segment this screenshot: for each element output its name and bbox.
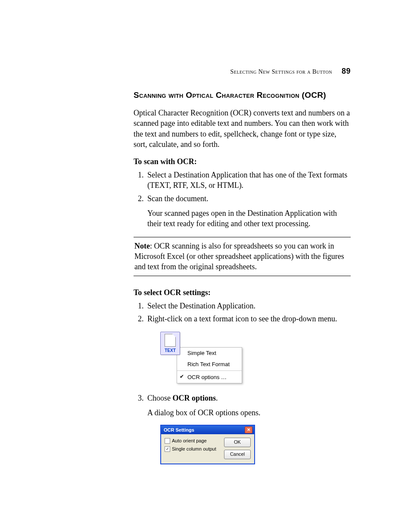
page-number: 89 [342,67,351,75]
menu-separator [177,370,242,371]
close-button[interactable]: ✕ [245,426,252,433]
select-step-3-post: . [216,394,218,402]
context-menu-figure: TEXT Simple Text Rich Text Format OCR op… [160,332,351,383]
dialog-body: Auto orient page ✓ Single column output … [161,434,254,464]
dialog-buttons: OK Cancel [224,438,251,459]
running-head: Selecting New Settings for a Button 89 [230,67,351,76]
select-subheading: To select OCR settings: [134,288,351,297]
select-step-3-bold: OCR options [173,394,216,402]
dialog-options: Auto orient page ✓ Single column output [165,438,216,459]
menu-item-ocr-options[interactable]: OCR options … [177,372,242,383]
select-step-3-pre: Choose [147,394,173,402]
note-label: Note [134,242,150,250]
scan-step-1: Select a Destination Application that ha… [146,170,351,191]
select-step-2-text: Right-click on a text format icon to see… [147,314,337,323]
ocr-settings-dialog: OCR Settings ✕ Auto orient page [160,425,255,464]
scan-step-2-follow: Your scanned pages open in the Destinati… [147,208,351,229]
text-format-caption: TEXT [165,348,176,354]
select-step-2: Right-click on a text format icon to see… [146,314,351,383]
select-step-1: Select the Destination Application. [146,301,351,311]
dialog-titlebar[interactable]: OCR Settings ✕ [161,426,254,434]
select-step-3: Choose OCR options. A dialog box of OCR … [146,393,351,465]
option-auto-orient[interactable]: Auto orient page [165,438,216,444]
content: Scanning with Optical Character Recognit… [134,90,351,464]
document-icon [165,334,176,347]
option-single-column[interactable]: ✓ Single column output [165,446,216,452]
option-single-column-label: Single column output [172,446,216,452]
menu-item-simple-text[interactable]: Simple Text [177,348,242,359]
checkbox-single-column[interactable]: ✓ [165,446,170,452]
dialog-title: OCR Settings [164,426,194,434]
menu-item-rich-text-format[interactable]: Rich Text Format [177,359,242,370]
page: Selecting New Settings for a Button 89 S… [0,0,411,532]
intro-paragraph: Optical Character Recognition (OCR) conv… [134,108,351,149]
scan-steps-list: Select a Destination Application that ha… [134,170,351,229]
scan-subheading: To scan with OCR: [134,157,351,166]
scan-step-2: Scan the document. Your scanned pages op… [146,193,351,229]
checkbox-auto-orient[interactable] [165,438,170,444]
scan-step-2-text: Scan the document. [147,194,208,203]
ok-button[interactable]: OK [224,438,251,447]
note-box: Note: OCR scanning is also for spreadshe… [134,237,351,276]
running-head-text: Selecting New Settings for a Button [230,68,332,75]
cancel-button[interactable]: Cancel [224,450,251,459]
section-heading: Scanning with Optical Character Recognit… [134,90,351,100]
select-steps-list: Select the Destination Application. Righ… [134,301,351,465]
note-body: : OCR scanning is also for spreadsheets … [134,242,344,271]
close-icon: ✕ [247,428,250,432]
context-menu: Simple Text Rich Text Format OCR options… [177,347,242,383]
select-step-3-follow: A dialog box of OCR options opens. [147,408,351,418]
option-auto-orient-label: Auto orient page [172,438,207,444]
